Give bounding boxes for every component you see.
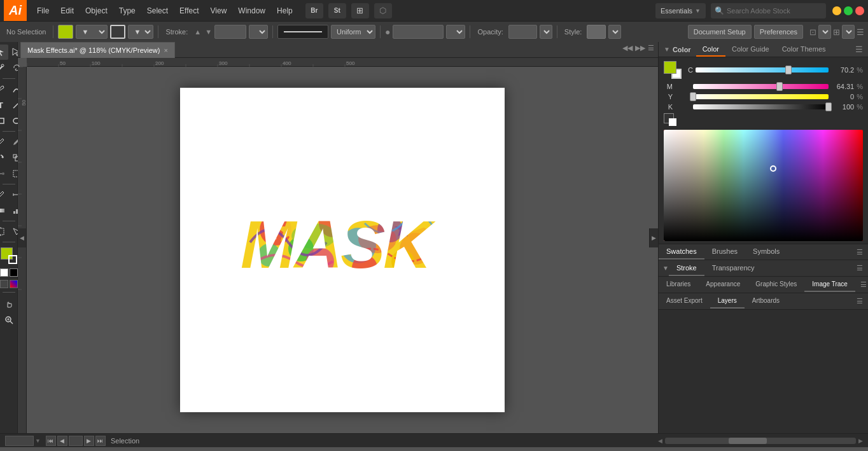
prev-page-btn[interactable]: ◀ xyxy=(57,436,67,446)
hand-tool[interactable] xyxy=(1,296,17,312)
color-indicator[interactable] xyxy=(1,247,17,264)
pattern-swatch[interactable] xyxy=(10,280,18,288)
scroll-track[interactable] xyxy=(665,438,856,444)
k-slider[interactable] xyxy=(693,104,829,109)
color-panel-menu-icon[interactable]: ☰ xyxy=(855,45,863,54)
more-icon[interactable]: ☰ xyxy=(857,27,864,37)
preview-fill-stroke[interactable] xyxy=(664,113,676,126)
transform-select[interactable]: ▼ xyxy=(818,25,831,39)
opacity-input[interactable]: 100% xyxy=(508,25,537,39)
stroke-end-icon[interactable]: ● xyxy=(385,27,390,37)
stroke-panel-collapse[interactable]: ▼ xyxy=(662,265,669,272)
layers-menu-icon[interactable]: ☰ xyxy=(851,297,868,305)
panel-collapse-icon[interactable]: ◀◀ xyxy=(622,44,633,52)
menu-file[interactable]: File xyxy=(32,4,54,18)
tab-color-guide[interactable]: Color Guide xyxy=(725,43,776,57)
rectangle-tool[interactable] xyxy=(0,113,8,128)
stroke-style-select[interactable]: Uniform xyxy=(331,25,375,39)
tab-layers[interactable]: Layers xyxy=(710,294,745,309)
k-thumb[interactable] xyxy=(825,102,832,111)
fill-type-select[interactable]: ▼ xyxy=(76,25,108,39)
color-panel-title[interactable]: Color xyxy=(673,46,691,53)
menu-window[interactable]: Window xyxy=(233,4,270,18)
type-tool[interactable]: T xyxy=(0,97,8,113)
tab-image-trace[interactable]: Image Trace xyxy=(804,277,855,292)
scroll-right-btn[interactable]: ▶ xyxy=(858,438,863,444)
workspace-selector[interactable]: Essentials ▼ xyxy=(655,3,706,18)
tab-close-icon[interactable]: × xyxy=(164,46,167,54)
align-icon[interactable]: ⊞ xyxy=(833,27,840,37)
tab-artboards[interactable]: Artboards xyxy=(745,294,787,309)
menu-effect[interactable]: Effect xyxy=(174,4,204,18)
doc-setup-button[interactable]: Document Setup xyxy=(688,25,752,39)
artboard-tool[interactable] xyxy=(0,224,8,239)
menu-select[interactable]: Select xyxy=(142,4,173,18)
bridge-button[interactable]: Br xyxy=(305,3,323,18)
stroke-weight-input[interactable]: 2 pt xyxy=(214,25,246,39)
color-spectrum[interactable] xyxy=(664,130,863,241)
zoom-tool[interactable] xyxy=(1,312,17,328)
tab-asset-export[interactable]: Asset Export xyxy=(659,294,710,309)
artboard[interactable]: MASK xyxy=(180,88,505,412)
fill-color-box[interactable] xyxy=(58,25,73,39)
tab-brushes[interactable]: Brushes xyxy=(704,244,745,260)
close-button[interactable] xyxy=(855,6,864,15)
menu-object[interactable]: Object xyxy=(80,4,113,18)
y-slider[interactable] xyxy=(693,94,829,99)
tab-libraries[interactable]: Libraries xyxy=(659,277,698,292)
tab-color-themes[interactable]: Color Themes xyxy=(776,43,832,57)
tab-appearance[interactable]: Appearance xyxy=(698,277,748,292)
color-icon[interactable] xyxy=(10,268,18,277)
eyedropper-tool[interactable] xyxy=(0,187,8,202)
stroke-color-box[interactable] xyxy=(110,25,125,39)
gradient-swatch[interactable] xyxy=(0,280,8,288)
stroke-end-select[interactable]: ▼ xyxy=(446,25,465,39)
share-button[interactable]: ⬡ xyxy=(374,3,392,18)
scroll-thumb[interactable] xyxy=(729,438,767,444)
c-slider[interactable] xyxy=(696,67,829,73)
tab-stroke[interactable]: Stroke xyxy=(669,261,704,276)
panel-expand-icon[interactable]: ▶▶ xyxy=(635,44,645,52)
extensions-button[interactable]: ⊞ xyxy=(351,3,369,18)
swatches-menu-icon[interactable]: ☰ xyxy=(851,248,868,256)
style-box[interactable] xyxy=(587,25,606,39)
tab-transparency[interactable]: Transparency xyxy=(704,261,762,276)
fill-swatch[interactable] xyxy=(664,61,676,74)
search-input[interactable] xyxy=(727,7,822,15)
gradient-tool[interactable] xyxy=(0,203,8,218)
tab-symbols[interactable]: Symbols xyxy=(745,244,787,260)
preferences-button[interactable]: Preferences xyxy=(754,25,803,39)
left-collapse-arrow[interactable]: ◀ xyxy=(18,228,27,247)
stroke-menu-icon[interactable]: ☰ xyxy=(851,264,868,272)
y-thumb[interactable] xyxy=(690,92,696,101)
scroll-left-btn[interactable]: ◀ xyxy=(658,438,662,444)
first-page-btn[interactable]: ⏮ xyxy=(46,436,56,446)
appearance-menu-icon[interactable]: ☰ xyxy=(855,281,868,289)
menu-type[interactable]: Type xyxy=(114,4,141,18)
paintbrush-tool[interactable] xyxy=(0,134,8,149)
tab-color[interactable]: Color xyxy=(696,43,725,57)
search-bar[interactable]: 🔍 xyxy=(711,3,826,18)
zoom-input[interactable]: 118% xyxy=(5,436,34,446)
stroke-indicator[interactable] xyxy=(8,255,17,264)
last-page-btn[interactable]: ⏭ xyxy=(95,436,106,446)
stroke-style-box[interactable] xyxy=(277,25,328,39)
align-select[interactable]: ▼ xyxy=(842,25,855,39)
color-panel-collapse[interactable]: ▼ xyxy=(664,46,670,53)
opacity-select[interactable]: ▼ xyxy=(540,25,552,39)
right-collapse-arrow[interactable]: ▶ xyxy=(649,228,658,247)
magic-wand-tool[interactable] xyxy=(0,60,8,76)
stock-button[interactable]: St xyxy=(328,3,346,18)
page-input[interactable]: 1 xyxy=(69,436,83,446)
blend-tool[interactable] xyxy=(0,166,8,181)
none-color-icon[interactable] xyxy=(0,268,8,277)
zoom-dropdown-icon[interactable]: ▼ xyxy=(35,438,41,444)
stroke-type-select[interactable]: ▼ xyxy=(128,25,153,39)
stroke-weight-unit[interactable]: ▼ xyxy=(249,25,268,39)
menu-view[interactable]: View xyxy=(206,4,232,18)
menu-help[interactable]: Help xyxy=(272,4,298,18)
c-thumb[interactable] xyxy=(785,66,792,74)
tab-swatches[interactable]: Swatches xyxy=(659,244,704,260)
style-select[interactable]: ▼ xyxy=(608,25,621,39)
document-tab[interactable]: Mask Effects.ai* @ 118% (CMYK/Preview) × xyxy=(20,42,175,58)
